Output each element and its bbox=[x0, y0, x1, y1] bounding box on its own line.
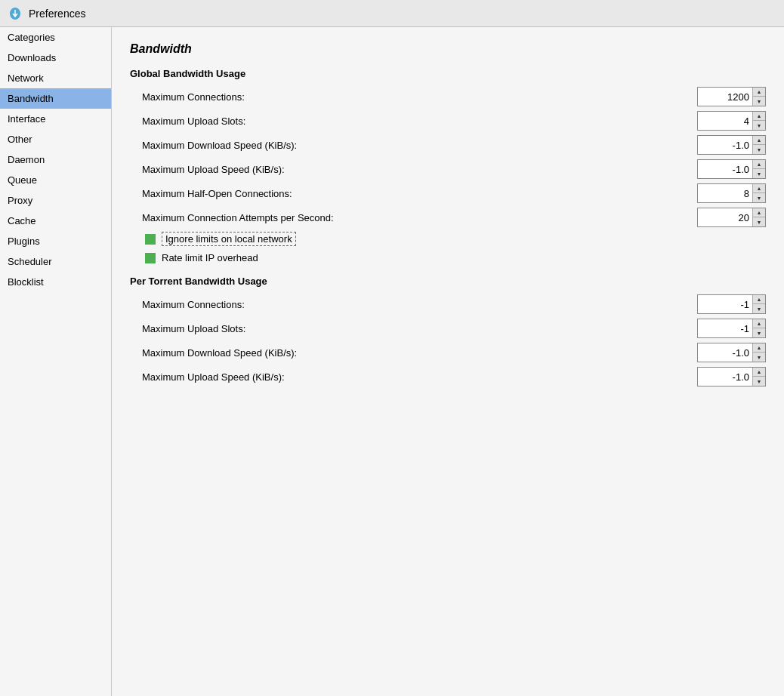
sidebar-item-scheduler[interactable]: Scheduler bbox=[0, 251, 111, 272]
field-label-max-conn-attempts-global: Maximum Connection Attempts per Second: bbox=[142, 212, 697, 223]
sidebar-item-other[interactable]: Other bbox=[0, 129, 111, 149]
field-row-max-half-open-global: Maximum Half-Open Connections:▲▼ bbox=[130, 183, 766, 203]
sidebar-item-plugins[interactable]: Plugins bbox=[0, 231, 111, 251]
field-row-max-connections-global: Maximum Connections:▲▼ bbox=[130, 87, 766, 106]
spinbox-max-conn-attempts-global[interactable]: ▲▼ bbox=[697, 208, 766, 227]
main-layout: Categories DownloadsNetworkBandwidthInte… bbox=[0, 27, 784, 696]
spinbox-max-connections-torrent[interactable]: ▲▼ bbox=[697, 294, 766, 314]
field-row-max-connections-torrent: Maximum Connections:▲▼ bbox=[130, 294, 766, 314]
field-label-max-connections-torrent: Maximum Connections: bbox=[142, 299, 697, 310]
field-row-max-download-speed-global: Maximum Download Speed (KiB/s):▲▼ bbox=[130, 135, 766, 155]
input-max-conn-attempts-global[interactable] bbox=[698, 208, 752, 226]
checkbox-label-ignore-local-limits: Ignore limits on local network bbox=[162, 232, 296, 246]
sidebar-item-queue[interactable]: Queue bbox=[0, 170, 111, 190]
sidebar-item-downloads[interactable]: Downloads bbox=[0, 48, 111, 68]
field-label-max-upload-slots-global: Maximum Upload Slots: bbox=[142, 115, 697, 127]
spinbox-max-upload-speed-global[interactable]: ▲▼ bbox=[697, 159, 766, 179]
content-area: Bandwidth Global Bandwidth Usage Maximum… bbox=[112, 27, 784, 696]
checkbox-label-rate-limit-ip: Rate limit IP overhead bbox=[162, 252, 258, 263]
input-max-upload-speed-torrent[interactable] bbox=[698, 368, 752, 386]
sidebar-category-header: Categories bbox=[0, 27, 111, 48]
spin-down-max-conn-attempts-global[interactable]: ▼ bbox=[753, 217, 765, 226]
checkbox-row-rate-limit-ip[interactable]: Rate limit IP overhead bbox=[130, 252, 766, 263]
input-max-upload-slots-torrent[interactable] bbox=[698, 319, 752, 337]
spinbox-max-upload-slots-global[interactable]: ▲▼ bbox=[697, 111, 766, 131]
spin-up-max-download-speed-global[interactable]: ▲ bbox=[753, 136, 765, 145]
sidebar-item-bandwidth[interactable]: Bandwidth bbox=[0, 88, 111, 109]
sidebar-item-daemon[interactable]: Daemon bbox=[0, 149, 111, 170]
field-row-max-upload-slots-torrent: Maximum Upload Slots:▲▼ bbox=[130, 319, 766, 338]
spin-up-max-upload-speed-global[interactable]: ▲ bbox=[753, 160, 765, 169]
window-title: Preferences bbox=[29, 8, 85, 20]
spin-down-max-download-speed-torrent[interactable]: ▼ bbox=[753, 353, 765, 362]
sidebar: Categories DownloadsNetworkBandwidthInte… bbox=[0, 27, 112, 696]
field-row-max-download-speed-torrent: Maximum Download Speed (KiB/s):▲▼ bbox=[130, 343, 766, 362]
input-max-upload-speed-global[interactable] bbox=[698, 160, 752, 178]
checkbox-indicator-rate-limit-ip bbox=[145, 253, 156, 263]
spin-up-max-connections-global[interactable]: ▲ bbox=[753, 88, 765, 97]
field-label-max-upload-slots-torrent: Maximum Upload Slots: bbox=[142, 323, 697, 334]
sidebar-item-cache[interactable]: Cache bbox=[0, 211, 111, 231]
title-bar: Preferences bbox=[0, 0, 784, 27]
spin-down-max-upload-speed-torrent[interactable]: ▼ bbox=[753, 377, 765, 386]
input-max-download-speed-global[interactable] bbox=[698, 136, 752, 154]
spin-down-max-connections-global[interactable]: ▼ bbox=[753, 97, 765, 106]
input-max-connections-global[interactable] bbox=[698, 88, 752, 106]
per-torrent-group-title: Per Torrent Bandwidth Usage bbox=[130, 276, 766, 287]
spin-up-max-conn-attempts-global[interactable]: ▲ bbox=[753, 208, 765, 217]
app-icon bbox=[8, 6, 23, 21]
spinbox-max-upload-slots-torrent[interactable]: ▲▼ bbox=[697, 319, 766, 338]
checkbox-row-ignore-local-limits[interactable]: Ignore limits on local network bbox=[130, 232, 766, 246]
spin-up-max-upload-slots-global[interactable]: ▲ bbox=[753, 112, 765, 121]
field-row-max-conn-attempts-global: Maximum Connection Attempts per Second:▲… bbox=[130, 208, 766, 227]
spin-down-max-upload-speed-global[interactable]: ▼ bbox=[753, 169, 765, 178]
spin-down-max-download-speed-global[interactable]: ▼ bbox=[753, 145, 765, 154]
field-row-max-upload-speed-torrent: Maximum Upload Speed (KiB/s):▲▼ bbox=[130, 367, 766, 386]
field-row-max-upload-slots-global: Maximum Upload Slots:▲▼ bbox=[130, 111, 766, 131]
input-max-half-open-global[interactable] bbox=[698, 184, 752, 202]
input-max-upload-slots-global[interactable] bbox=[698, 112, 752, 130]
field-label-max-half-open-global: Maximum Half-Open Connections: bbox=[142, 188, 697, 199]
field-row-max-upload-speed-global: Maximum Upload Speed (KiB/s):▲▼ bbox=[130, 159, 766, 179]
spin-down-max-connections-torrent[interactable]: ▼ bbox=[753, 304, 765, 313]
field-label-max-upload-speed-global: Maximum Upload Speed (KiB/s): bbox=[142, 164, 697, 175]
spinbox-max-download-speed-global[interactable]: ▲▼ bbox=[697, 135, 766, 155]
spin-down-max-upload-slots-global[interactable]: ▼ bbox=[753, 121, 765, 130]
input-max-download-speed-torrent[interactable] bbox=[698, 343, 752, 362]
spin-down-max-upload-slots-torrent[interactable]: ▼ bbox=[753, 328, 765, 337]
sidebar-item-network[interactable]: Network bbox=[0, 68, 111, 88]
field-label-max-connections-global: Maximum Connections: bbox=[142, 91, 697, 103]
field-label-max-upload-speed-torrent: Maximum Upload Speed (KiB/s): bbox=[142, 371, 697, 383]
section-title: Bandwidth bbox=[130, 42, 766, 56]
spin-down-max-half-open-global[interactable]: ▼ bbox=[753, 193, 765, 202]
input-max-connections-torrent[interactable] bbox=[698, 295, 752, 313]
sidebar-item-interface[interactable]: Interface bbox=[0, 109, 111, 129]
checkbox-indicator-ignore-local-limits bbox=[145, 234, 156, 245]
spinbox-max-connections-global[interactable]: ▲▼ bbox=[697, 87, 766, 106]
spin-up-max-upload-speed-torrent[interactable]: ▲ bbox=[753, 368, 765, 377]
spin-up-max-upload-slots-torrent[interactable]: ▲ bbox=[753, 319, 765, 328]
spin-up-max-download-speed-torrent[interactable]: ▲ bbox=[753, 343, 765, 353]
sidebar-item-proxy[interactable]: Proxy bbox=[0, 190, 111, 211]
spinbox-max-half-open-global[interactable]: ▲▼ bbox=[697, 183, 766, 203]
field-label-max-download-speed-global: Maximum Download Speed (KiB/s): bbox=[142, 140, 697, 151]
spin-up-max-half-open-global[interactable]: ▲ bbox=[753, 184, 765, 193]
spinbox-max-upload-speed-torrent[interactable]: ▲▼ bbox=[697, 367, 766, 386]
sidebar-item-blocklist[interactable]: Blocklist bbox=[0, 272, 111, 292]
global-group-title: Global Bandwidth Usage bbox=[130, 68, 766, 79]
spin-up-max-connections-torrent[interactable]: ▲ bbox=[753, 295, 765, 304]
field-label-max-download-speed-torrent: Maximum Download Speed (KiB/s): bbox=[142, 347, 697, 359]
spinbox-max-download-speed-torrent[interactable]: ▲▼ bbox=[697, 343, 766, 362]
